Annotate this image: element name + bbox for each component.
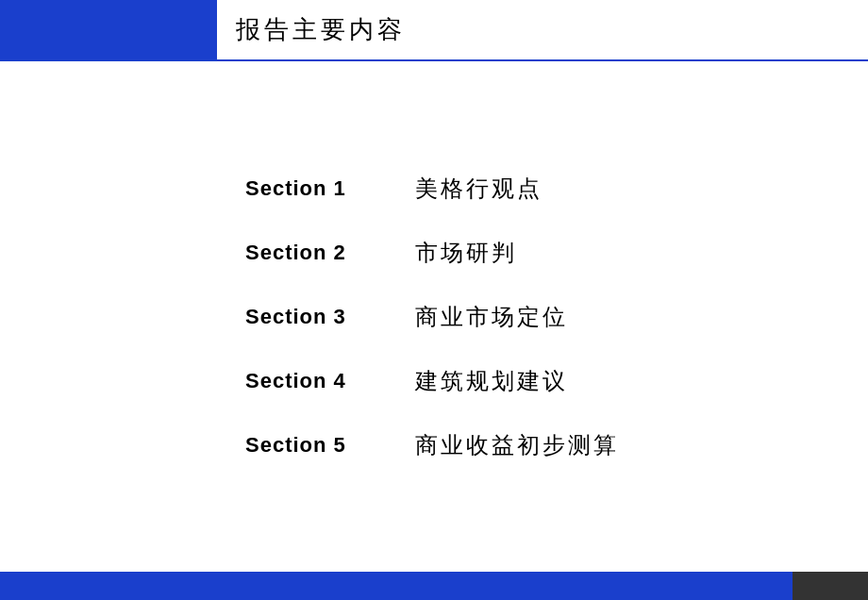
section-label-5: Section 5 bbox=[245, 433, 396, 458]
section-item-3: Section 3商业市场定位 bbox=[245, 285, 868, 349]
section-text-3: 商业市场定位 bbox=[415, 302, 568, 332]
section-text-4: 建筑规划建议 bbox=[415, 366, 568, 396]
bottom-right-accent bbox=[793, 572, 868, 600]
section-label-1: Section 1 bbox=[245, 176, 396, 201]
page-title: 报告主要内容 bbox=[236, 13, 406, 46]
section-text-2: 市场研判 bbox=[415, 238, 517, 268]
section-item-2: Section 2市场研判 bbox=[245, 221, 868, 285]
left-panel bbox=[0, 61, 217, 572]
section-item-1: Section 1美格行观点 bbox=[245, 157, 868, 221]
section-text-5: 商业收益初步测算 bbox=[415, 430, 619, 460]
section-label-4: Section 4 bbox=[245, 369, 396, 393]
section-text-1: 美格行观点 bbox=[415, 174, 542, 204]
bottom-bar bbox=[0, 572, 868, 600]
header: 报告主要内容 bbox=[217, 0, 868, 61]
section-item-5: Section 5商业收益初步测算 bbox=[245, 413, 868, 477]
main-content: Section 1美格行观点Section 2市场研判Section 3商业市场… bbox=[217, 61, 868, 572]
section-label-3: Section 3 bbox=[245, 305, 396, 329]
section-item-4: Section 4建筑规划建议 bbox=[245, 349, 868, 413]
top-bar-left bbox=[0, 0, 217, 61]
section-label-2: Section 2 bbox=[245, 241, 396, 265]
